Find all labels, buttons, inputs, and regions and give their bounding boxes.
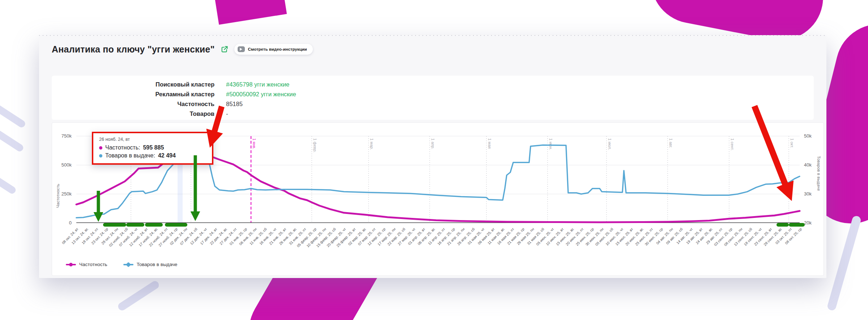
svg-text:1 февр.: 1 февр. [313, 138, 317, 152]
info-row: Частотность 85185 [52, 99, 814, 109]
decor-stripe [116, 279, 160, 312]
info-label: Товаров [52, 109, 214, 119]
y-tick-right: 50k [804, 133, 822, 139]
y-tick-right: 30k [804, 191, 822, 197]
info-row: Рекламный кластер #500050092 угги женски… [52, 89, 814, 99]
info-label: Поисковый кластер [52, 80, 214, 89]
legend-label: Товаров в выдаче [137, 262, 178, 267]
play-icon [238, 46, 245, 52]
legend-item-products[interactable]: Товаров в выдаче [123, 262, 178, 267]
tooltip-label: Частотность: [105, 144, 140, 151]
products-value: - [226, 109, 228, 119]
legend-item-frequency[interactable]: Частотность [66, 262, 107, 267]
decor-stripe [0, 168, 17, 195]
keyword-info-panel: Поисковый кластер #4365798 угги женские … [52, 76, 814, 120]
decor-stripe [0, 124, 25, 153]
svg-text:1 сент.: 1 сент. [730, 138, 735, 151]
svg-text:1 окт.: 1 окт. [790, 138, 794, 148]
ad-cluster-link[interactable]: #500050092 угги женские [226, 89, 296, 99]
analytics-card: Аналитика по ключу "угги женские" Смотре… [39, 35, 826, 278]
tooltip-value: 595 885 [143, 144, 164, 151]
title-row: Аналитика по ключу "угги женские" Смотре… [52, 44, 313, 55]
info-label: Частотность [52, 99, 214, 109]
y-tick-left: 0 [52, 220, 72, 226]
chart-container: Частотность Товаров в выдаче 750k500k250… [52, 122, 824, 276]
tooltip-row: Частотность: 595 885 [99, 144, 206, 151]
video-button-label: Смотреть видео-инструкции [248, 47, 307, 51]
svg-text:1 апр.: 1 апр. [431, 138, 435, 149]
tooltip-row: Товаров в выдаче: 42 494 [99, 152, 206, 159]
frequency-value: 85185 [226, 99, 243, 109]
svg-text:1 мая: 1 мая [488, 138, 492, 149]
y-tick-left: 500k [52, 162, 72, 168]
info-row: Товаров - [52, 109, 814, 119]
tooltip-value: 42 494 [158, 152, 176, 159]
svg-text:1 авг.: 1 авг. [669, 138, 673, 148]
search-cluster-link[interactable]: #4365798 угги женские [226, 80, 289, 89]
y-tick-right: 40k [804, 162, 822, 168]
decor-ribbon-top-left [213, 0, 287, 25]
blue-dot-icon [99, 154, 102, 157]
products-legend-marker-icon [123, 264, 133, 265]
info-row: Поисковый кластер #4365798 угги женские [52, 80, 814, 89]
decor-stripe [826, 215, 861, 311]
page-title: Аналитика по ключу "угги женские" [52, 44, 215, 55]
svg-text:1 июл.: 1 июл. [608, 138, 612, 150]
chart-legend: Частотность Товаров в выдаче [66, 262, 177, 267]
svg-text:1 мар.: 1 мар. [370, 138, 374, 150]
legend-label: Частотность [79, 262, 107, 267]
decor-stripe [0, 103, 26, 129]
y-tick-left: 250k [52, 191, 72, 197]
frequency-legend-marker-icon [66, 264, 76, 265]
y-tick-right: 20k [804, 220, 822, 226]
x-axis-labels: 08 окт. 24, вт13 окт. 24, вс18 окт. 24, … [76, 225, 800, 261]
tooltip-date: 26 нояб. 24, вт [99, 137, 206, 142]
video-instructions-button[interactable]: Смотреть видео-инструкции [234, 44, 313, 55]
info-label: Рекламный кластер [52, 89, 214, 99]
y-tick-left: 750k [52, 133, 72, 139]
svg-text:1 янв.: 1 янв. [252, 138, 256, 149]
external-link-icon[interactable] [221, 45, 229, 53]
svg-text:1 июн.: 1 июн. [549, 138, 553, 150]
magenta-dot-icon [99, 146, 102, 150]
tooltip-label: Товаров в выдаче: [105, 152, 155, 159]
chart-tooltip: 26 нояб. 24, вт Частотность: 595 885 Тов… [92, 132, 213, 165]
